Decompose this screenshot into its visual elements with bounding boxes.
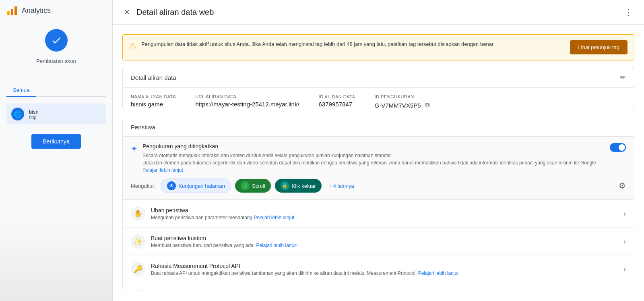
field-label-measurement-id: ID PENGUKURAN xyxy=(375,94,430,99)
account-step-label: Pembuatan akun xyxy=(36,58,76,64)
sidebar-content: Pembuatan akun Semua 🌐 bisn http Berikut… xyxy=(0,21,112,157)
events-card: Peristiwa ✦ Pengukuran yang ditingkatkan… xyxy=(122,118,634,291)
chip-icon-kunjungan: 👁 xyxy=(167,181,176,190)
event-title-rahasia: Rahasia Measurement Protocol API xyxy=(151,263,623,269)
chip-label-klik: Klik keluar xyxy=(292,183,316,189)
data-stream-detail-card: Detail aliran data ✏ NAMA ALIRAN DATA bi… xyxy=(122,67,634,111)
sidebar-header: Analytics xyxy=(0,0,112,21)
event-icon-samarkan: ✏ xyxy=(131,290,145,291)
enhanced-settings-button[interactable]: ⚙ xyxy=(619,181,626,191)
field-label-stream-name: NAMA ALIRAN DATA xyxy=(131,94,176,99)
measuring-label: Mengukur: xyxy=(131,183,155,189)
enhanced-measurement-icon: ✦ xyxy=(131,144,138,154)
chip-icon-scroll: ↕ xyxy=(241,181,250,190)
chevron-icon-ubah: › xyxy=(623,210,626,218)
account-avatar xyxy=(45,29,68,52)
field-label-stream-id: ID ALIRAN DATA xyxy=(319,94,355,99)
analytics-logo xyxy=(6,5,18,16)
event-content-rahasia: Rahasia Measurement Protocol API Buat ra… xyxy=(151,263,623,276)
event-icon-rahasia: 🔑 xyxy=(131,262,145,276)
stream-icon: 🌐 xyxy=(11,108,24,120)
warning-banner: ⚠ Pengumpulan data tidak aktif untuk sit… xyxy=(122,34,634,60)
enhanced-measurement-header: ✦ Pengukuran yang ditingkatkan Secara ot… xyxy=(131,143,626,174)
warning-text: Pengumpulan data tidak aktif untuk situs… xyxy=(141,40,495,48)
field-stream-url: URL ALIRAN DATA https://mayar-testing-25… xyxy=(195,94,299,110)
sidebar: Analytics Pembuatan akun Semua 🌐 bisn ht… xyxy=(0,0,113,301)
card-body: NAMA ALIRAN DATA bisnis game URL ALIRAN … xyxy=(123,88,634,111)
chip-label-scroll: Scroll xyxy=(252,183,265,189)
warning-content: ⚠ Pengumpulan data tidak aktif untuk sit… xyxy=(129,40,565,50)
field-value-stream-url: https://mayar-testing-25412.mayar.link/ xyxy=(195,101,299,108)
panel-header: ✕ Detail aliran data web ⋮ xyxy=(113,0,644,25)
event-title-ubah: Ubah peristiwa xyxy=(151,207,623,214)
field-stream-name: NAMA ALIRAN DATA bisnis game xyxy=(131,94,176,110)
svg-rect-1 xyxy=(11,9,13,15)
learn-more-link-buat[interactable]: Pelajari lebih lanjut xyxy=(256,243,297,248)
event-desc-ubah: Mengubah peristiwa dan parameter mendata… xyxy=(151,215,623,220)
enhanced-title-area: Pengukuran yang ditingkatkan Secara otom… xyxy=(142,143,605,174)
learn-more-link-enhanced[interactable]: Pelajari lebih lanjut xyxy=(142,167,183,173)
toggle-thumb xyxy=(619,144,625,151)
events-header: Peristiwa xyxy=(123,118,634,137)
events-title: Peristiwa xyxy=(131,124,155,131)
enhanced-measurement-desc: Secara otomatis mengukur interaksi dan k… xyxy=(142,152,605,174)
sidebar-divider xyxy=(6,74,106,74)
sidebar-overlay xyxy=(0,220,112,301)
field-value-measurement-id: G-V7MM7VX5P5 xyxy=(375,102,421,109)
event-item-samarkan[interactable]: ✏ Samarkan data Mencegah data tertentu d… xyxy=(123,283,634,291)
event-title-buat: Buat peristiwa kustom xyxy=(151,235,623,241)
card-header: Detail aliran data ✏ xyxy=(123,67,634,88)
stream-name: bisn xyxy=(29,109,39,115)
field-value-with-copy: G-V7MM7VX5P5 ⧉ xyxy=(375,101,430,110)
more-button[interactable]: ⋮ xyxy=(623,6,634,19)
stream-info: bisn http xyxy=(29,109,39,120)
chip-kunjungan[interactable]: 👁 Kunjungan halaman xyxy=(161,179,231,193)
card-title: Detail aliran data xyxy=(131,74,176,81)
event-icon-buat: ✨ xyxy=(131,234,145,249)
edit-icon[interactable]: ✏ xyxy=(620,73,626,82)
chip-label-kunjungan: Kunjungan halaman xyxy=(178,183,225,189)
field-value-stream-id: 6379957847 xyxy=(319,101,355,108)
event-content-buat: Buat peristiwa kustom Membuat peristiwa … xyxy=(151,235,623,248)
toggle-track xyxy=(610,143,626,152)
chip-klik[interactable]: 🔒 Klik keluar xyxy=(275,179,322,193)
chip-scroll[interactable]: ↕ Scroll xyxy=(235,179,271,193)
main-panel: ✕ Detail aliran data web ⋮ ⚠ Pengumpulan… xyxy=(113,0,644,301)
stream-item[interactable]: 🌐 bisn http xyxy=(6,104,106,125)
panel-title: Detail aliran data web xyxy=(136,8,214,17)
copy-measurement-id-button[interactable]: ⧉ xyxy=(424,101,430,110)
enhanced-measurement-toggle[interactable] xyxy=(610,143,626,152)
event-item-buat[interactable]: ✨ Buat peristiwa kustom Membuat peristiw… xyxy=(123,228,634,255)
chip-more-button[interactable]: + 4 lainnya xyxy=(326,181,357,191)
app-title: Analytics xyxy=(22,6,51,15)
event-item-ubah[interactable]: ✋ Ubah peristiwa Mengubah peristiwa dan … xyxy=(123,200,634,228)
enhanced-measurement-title: Pengukuran yang ditingkatkan xyxy=(142,143,605,149)
field-measurement-id: ID PENGUKURAN G-V7MM7VX5P5 ⧉ xyxy=(375,94,430,110)
enhanced-measurement-section: ✦ Pengukuran yang ditingkatkan Secara ot… xyxy=(123,137,634,200)
stream-url: http xyxy=(29,115,39,120)
measuring-row: Mengukur: 👁 Kunjungan halaman ↕ Scroll 🔒… xyxy=(131,179,626,193)
event-desc-buat: Membuat peristiwa baru dari peristiwa ya… xyxy=(151,243,623,248)
learn-more-link-rahasia[interactable]: Pelajari lebih lanjut xyxy=(418,270,459,276)
svg-rect-0 xyxy=(7,11,10,15)
warning-icon: ⚠ xyxy=(129,41,136,50)
chevron-icon-buat: › xyxy=(623,237,626,246)
event-item-rahasia[interactable]: 🔑 Rahasia Measurement Protocol API Buat … xyxy=(123,255,634,283)
tab-all[interactable]: Semua xyxy=(6,84,36,97)
chevron-icon-rahasia: › xyxy=(623,265,626,274)
svg-rect-2 xyxy=(14,6,17,15)
event-content-ubah: Ubah peristiwa Mengubah peristiwa dan pa… xyxy=(151,207,623,220)
view-tag-instructions-button[interactable]: Lihat petunjuk tag xyxy=(570,40,627,54)
field-stream-id: ID ALIRAN DATA 6379957847 xyxy=(319,94,355,110)
event-icon-ubah: ✋ xyxy=(131,206,145,221)
learn-more-link-ubah[interactable]: Pelajari lebih lanjut xyxy=(254,215,295,220)
tab-bar: Semua xyxy=(6,84,106,97)
event-content-samarkan: Samarkan data Mencegah data tertentu dik… xyxy=(151,291,508,291)
event-title-samarkan: Samarkan data xyxy=(151,291,508,291)
next-button[interactable]: Berikutnya xyxy=(31,134,80,149)
panel-header-left: ✕ Detail aliran data web xyxy=(122,6,214,18)
close-button[interactable]: ✕ xyxy=(122,6,132,18)
panel-body: ⚠ Pengumpulan data tidak aktif untuk sit… xyxy=(113,25,644,301)
chip-icon-klik: 🔒 xyxy=(281,181,289,190)
event-desc-rahasia: Buat rahasia API untuk mengaktifkan peri… xyxy=(151,270,623,276)
